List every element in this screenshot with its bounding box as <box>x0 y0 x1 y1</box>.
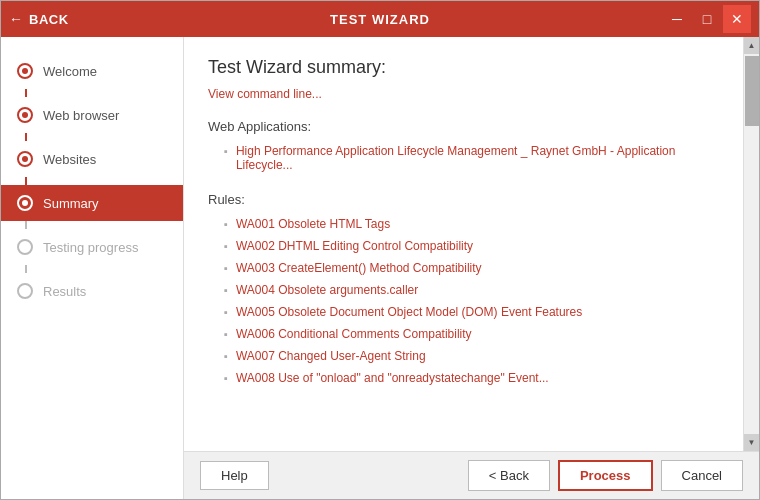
connector-5 <box>25 265 27 273</box>
rule-bullet-3: ▪ <box>224 284 228 296</box>
scroll-thumb[interactable] <box>745 56 759 126</box>
rule-bullet-6: ▪ <box>224 350 228 362</box>
connector-4 <box>25 221 27 229</box>
step-circle-welcome <box>17 63 33 79</box>
help-button[interactable]: Help <box>200 461 269 490</box>
sidebar-label-summary: Summary <box>43 196 99 211</box>
web-apps-label: Web Applications: <box>208 119 719 134</box>
connector-2 <box>25 133 27 141</box>
step-circle-testing-progress <box>17 239 33 255</box>
step-circle-results <box>17 283 33 299</box>
rules-label: Rules: <box>208 192 719 207</box>
rule-name-7: WA008 Use of "onload" and "onreadystatec… <box>236 371 549 385</box>
close-button[interactable]: ✕ <box>723 5 751 33</box>
back-button[interactable]: ← BACK <box>9 11 69 27</box>
rule-name-6: WA007 Changed User-Agent String <box>236 349 426 363</box>
rule-item-1: ▪ WA002 DHTML Editing Control Compatibil… <box>224 239 719 253</box>
step-circle-websites <box>17 151 33 167</box>
page-title: Test Wizard summary: <box>208 57 719 78</box>
sidebar-item-websites[interactable]: Websites <box>1 141 183 177</box>
back-icon: ← <box>9 11 23 27</box>
web-app-item: ▪ High Performance Application Lifecycle… <box>208 144 719 172</box>
content-area: Test Wizard summary: View command line..… <box>184 37 759 499</box>
connector-3 <box>25 177 27 185</box>
sidebar-item-results[interactable]: Results <box>1 273 183 309</box>
view-command-link[interactable]: View command line... <box>208 87 322 101</box>
window: ← BACK TEST WIZARD ─ □ ✕ Welcome Web bro… <box>0 0 760 500</box>
app-bullet: ▪ <box>224 145 228 157</box>
sidebar-item-web-browser[interactable]: Web browser <box>1 97 183 133</box>
sidebar: Welcome Web browser Websites Summary Tes… <box>1 37 184 499</box>
minimize-button[interactable]: ─ <box>663 5 691 33</box>
rule-name-5: WA006 Conditional Comments Compatibility <box>236 327 472 341</box>
scrollbar[interactable]: ▲ ▼ <box>743 37 759 451</box>
sidebar-item-summary[interactable]: Summary <box>1 185 183 221</box>
rule-name-4: WA005 Obsolete Document Object Model (DO… <box>236 305 582 319</box>
step-circle-summary <box>17 195 33 211</box>
rule-bullet-2: ▪ <box>224 262 228 274</box>
rule-name-2: WA003 CreateElement() Method Compatibili… <box>236 261 482 275</box>
window-controls: ─ □ ✕ <box>663 5 751 33</box>
scroll-up-button[interactable]: ▲ <box>744 37 760 54</box>
rule-bullet-0: ▪ <box>224 218 228 230</box>
process-button[interactable]: Process <box>558 460 653 491</box>
cancel-button[interactable]: Cancel <box>661 460 743 491</box>
rule-item-2: ▪ WA003 CreateElement() Method Compatibi… <box>224 261 719 275</box>
rule-item-5: ▪ WA006 Conditional Comments Compatibili… <box>224 327 719 341</box>
window-title: TEST WIZARD <box>330 12 430 27</box>
sidebar-item-welcome[interactable]: Welcome <box>1 53 183 89</box>
restore-button[interactable]: □ <box>693 5 721 33</box>
back-button[interactable]: < Back <box>468 460 550 491</box>
rule-bullet-1: ▪ <box>224 240 228 252</box>
rule-bullet-5: ▪ <box>224 328 228 340</box>
sidebar-item-testing-progress[interactable]: Testing progress <box>1 229 183 265</box>
back-label: BACK <box>29 12 69 27</box>
step-circle-web-browser <box>17 107 33 123</box>
rules-list: ▪ WA001 Obsolete HTML Tags ▪ WA002 DHTML… <box>208 217 719 385</box>
rule-bullet-4: ▪ <box>224 306 228 318</box>
sidebar-label-websites: Websites <box>43 152 96 167</box>
rule-item-7: ▪ WA008 Use of "onload" and "onreadystat… <box>224 371 719 385</box>
rule-item-4: ▪ WA005 Obsolete Document Object Model (… <box>224 305 719 319</box>
rule-bullet-7: ▪ <box>224 372 228 384</box>
rules-section: Rules: ▪ WA001 Obsolete HTML Tags ▪ WA00… <box>208 192 719 385</box>
rule-name-1: WA002 DHTML Editing Control Compatibilit… <box>236 239 473 253</box>
rule-item-0: ▪ WA001 Obsolete HTML Tags <box>224 217 719 231</box>
rule-name-0: WA001 Obsolete HTML Tags <box>236 217 390 231</box>
content-inner: Test Wizard summary: View command line..… <box>184 37 743 451</box>
bottom-bar: Help < Back Process Cancel <box>184 451 759 499</box>
connector-1 <box>25 89 27 97</box>
sidebar-label-results: Results <box>43 284 86 299</box>
scroll-down-button[interactable]: ▼ <box>744 434 760 451</box>
sidebar-label-welcome: Welcome <box>43 64 97 79</box>
web-app-name: High Performance Application Lifecycle M… <box>236 144 719 172</box>
title-bar: ← BACK TEST WIZARD ─ □ ✕ <box>1 1 759 37</box>
rule-item-3: ▪ WA004 Obsolete arguments.caller <box>224 283 719 297</box>
bottom-right-buttons: < Back Process Cancel <box>468 460 743 491</box>
sidebar-label-testing-progress: Testing progress <box>43 240 138 255</box>
rule-item-6: ▪ WA007 Changed User-Agent String <box>224 349 719 363</box>
rule-name-3: WA004 Obsolete arguments.caller <box>236 283 418 297</box>
main-area: Welcome Web browser Websites Summary Tes… <box>1 37 759 499</box>
sidebar-label-web-browser: Web browser <box>43 108 119 123</box>
